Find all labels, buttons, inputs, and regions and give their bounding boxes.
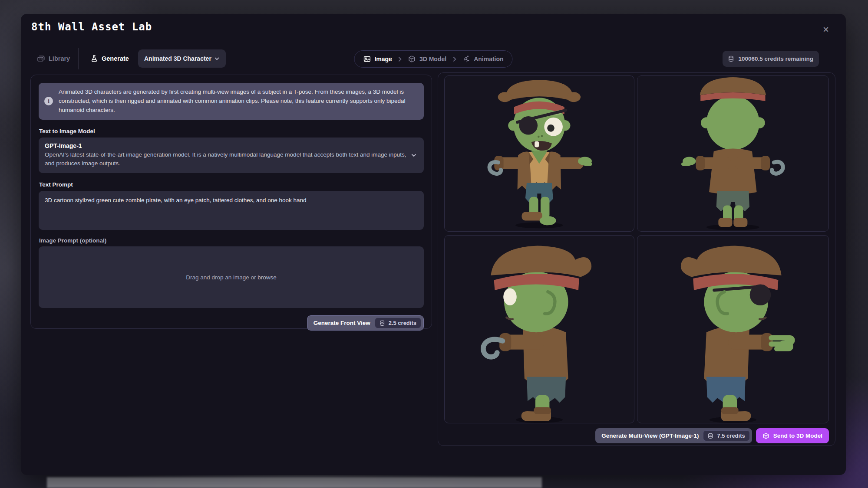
character-type-value: Animated 3D Character xyxy=(144,55,211,62)
model-field-label: Text to Image Model xyxy=(39,128,424,134)
zombie-pirate-back-render xyxy=(680,76,786,231)
workflow-stepper: Image 3D Model xyxy=(354,50,512,68)
cube-icon xyxy=(408,55,416,63)
step-3d-model[interactable]: 3D Model xyxy=(408,55,446,63)
step-image-label: Image xyxy=(374,56,392,62)
generate-multiview-label: Generate Multi-View (GPT-Image-1) xyxy=(601,432,699,439)
generate-front-view-label: Generate Front View xyxy=(314,320,370,326)
preview-grid xyxy=(444,75,829,423)
image-dropzone[interactable]: Drag and drop an image or browse xyxy=(39,246,424,308)
text-prompt-input[interactable]: 3D cartoon stylized green cute zombie pi… xyxy=(39,191,424,230)
toolbar: Library Generate Animated 3D Character xyxy=(21,49,846,68)
text-prompt-label: Text Prompt xyxy=(39,181,424,188)
zombie-pirate-right-side-render xyxy=(670,236,795,423)
dropzone-text: Drag and drop an image or xyxy=(186,274,257,281)
chevron-down-icon xyxy=(214,56,220,62)
model-name: GPT-Image-1 xyxy=(45,142,406,149)
page-title: 8th Wall Asset Lab xyxy=(31,21,152,33)
coins-icon xyxy=(708,433,714,439)
preview-actions-row: Generate Multi-View (GPT-Image-1) 7.5 cr… xyxy=(444,428,829,443)
character-type-dropdown[interactable]: Animated 3D Character xyxy=(138,49,226,68)
front-view-cost-pill: 2.5 credits xyxy=(375,318,421,328)
image-prompt-label: Image Prompt (optional) xyxy=(39,237,424,244)
step-animation-label: Animation xyxy=(474,56,503,62)
multiview-cost-pill: 7.5 credits xyxy=(703,430,749,441)
model-description: OpenAI's latest state-of-the-art image g… xyxy=(45,151,406,168)
coins-icon xyxy=(380,320,386,326)
credits-remaining-badge: 100060.5 credits remaining xyxy=(723,51,819,67)
text-to-image-model-select[interactable]: GPT-Image-1 OpenAI's latest state-of-the… xyxy=(39,138,424,174)
browse-link[interactable]: browse xyxy=(257,274,277,281)
generation-form-card: i Animated 3D characters are generated b… xyxy=(30,75,432,329)
coins-icon xyxy=(728,56,735,62)
info-icon: i xyxy=(44,97,53,105)
chevron-down-icon xyxy=(411,152,417,158)
tab-library[interactable]: Library xyxy=(37,49,70,68)
preview-tile-back-view[interactable] xyxy=(637,75,829,232)
asset-lab-modal: 8th Wall Asset Lab × Library Generate xyxy=(21,14,846,475)
front-view-cost: 2.5 credits xyxy=(389,320,416,326)
generate-multiview-button[interactable]: Generate Multi-View (GPT-Image-1) 7.5 cr… xyxy=(595,428,752,443)
multiview-preview-card: Generate Multi-View (GPT-Image-1) 7.5 cr… xyxy=(438,72,835,446)
running-person-icon xyxy=(462,55,470,63)
chevron-right-icon xyxy=(452,56,457,62)
library-icon xyxy=(37,55,45,63)
multiview-cost: 7.5 credits xyxy=(717,432,745,439)
tab-generate[interactable]: Generate xyxy=(90,49,129,68)
preview-tile-right-side-view[interactable] xyxy=(637,235,829,423)
send-to-3d-model-button[interactable]: Send to 3D Model xyxy=(756,428,829,443)
flask-icon xyxy=(90,55,98,62)
info-banner-text: Animated 3D characters are generated by … xyxy=(59,88,417,115)
toolbar-divider xyxy=(79,48,79,69)
step-3d-model-label: 3D Model xyxy=(419,56,446,62)
step-animation[interactable]: Animation xyxy=(462,55,503,63)
step-image[interactable]: Image xyxy=(363,55,392,63)
preview-tile-front-view[interactable] xyxy=(444,75,634,232)
credits-remaining-text: 100060.5 credits remaining xyxy=(738,56,813,62)
tab-library-label: Library xyxy=(49,55,70,62)
tab-generate-label: Generate xyxy=(102,55,129,62)
zombie-pirate-left-side-render xyxy=(477,236,602,423)
zombie-pirate-front-render xyxy=(486,76,592,231)
chevron-right-icon xyxy=(397,56,403,62)
send-to-3d-model-label: Send to 3D Model xyxy=(773,432,822,439)
background-floor-highlight xyxy=(47,477,542,488)
preview-tile-left-side-view[interactable] xyxy=(444,235,634,423)
cube-icon xyxy=(762,432,769,439)
image-icon xyxy=(363,55,371,63)
close-button[interactable]: × xyxy=(819,23,833,36)
info-banner: i Animated 3D characters are generated b… xyxy=(39,83,424,120)
generate-front-view-button[interactable]: Generate Front View 2.5 credits xyxy=(307,315,424,331)
